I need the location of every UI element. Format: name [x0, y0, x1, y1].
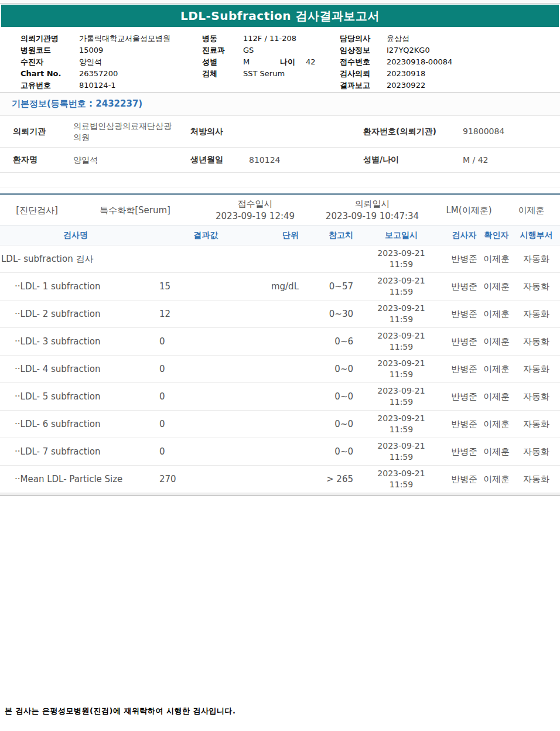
field-value: I27YQ2KG0 [387, 45, 430, 56]
reported-date: 2023-09-21 [377, 331, 425, 340]
reported-time: 11:59 [390, 370, 413, 379]
receipt-datetime-value: 2023-09-19 12:49 [216, 210, 295, 223]
basic-info-title: 기본정보(등록번호 : 2432237) [12, 98, 142, 110]
cell-verifier: 이제훈 [480, 309, 513, 320]
request-datetime-value: 2023-09-19 10:47:34 [326, 210, 419, 223]
cell-department: 자동화 [513, 419, 560, 430]
reported-date: 2023-09-21 [377, 441, 425, 450]
cell-result-value: 270 [151, 474, 228, 484]
field-specimen: 검체SST Serum [202, 68, 316, 80]
value-sex-age: M / 42 [450, 155, 560, 165]
cell-result-value: 0 [151, 391, 228, 402]
cell-department: 자동화 [513, 254, 560, 265]
value-requesting-institution: 의료법인삼광의료재단삼광의원 [60, 121, 177, 142]
label-requesting-institution: 의뢰기관 [0, 127, 60, 137]
field-value: GS [243, 45, 254, 56]
cell-reference-range: 0~0 [305, 446, 354, 457]
cell-verifier: 이제훈 [480, 446, 513, 457]
col-header-tester: 검사자 [448, 230, 480, 241]
label-patient-name: 환자명 [0, 155, 60, 165]
report-page: LDL-Subfraction 검사결과보고서 의뢰기관명가톨릭대학교서울성모병… [0, 0, 560, 731]
cell-reported-at: 2023-09-2111:59 [354, 358, 448, 380]
field-value: 810124-1 [79, 80, 116, 91]
field-receipt-no: 접수번호20230918-00084 [340, 56, 452, 68]
reported-time: 11:59 [390, 315, 413, 324]
cell-result-value: 0 [151, 419, 228, 429]
patient-header-col1: 의뢰기관명가톨릭대학교서울성모병원 병원코드15009 수진자양일석 Chart… [21, 33, 170, 91]
patient-header: 의뢰기관명가톨릭대학교서울성모병원 병원코드15009 수진자양일석 Chart… [0, 33, 560, 92]
cell-result-value: 0 [151, 336, 228, 347]
label-birthdate: 생년월일 [177, 155, 236, 165]
reported-date: 2023-09-21 [377, 358, 425, 368]
cell-reported-at: 2023-09-2111:59 [354, 275, 448, 298]
cell-department: 자동화 [513, 446, 560, 457]
field-clinical-info: 임상정보I27YQ2KG0 [340, 45, 452, 56]
reported-time: 11:59 [390, 452, 413, 462]
cell-verifier: 이제훈 [480, 336, 513, 347]
basic-info-title-bar: 기본정보(등록번호 : 2432237) [0, 92, 560, 116]
field-unique-no: 고유번호810124-1 [21, 80, 170, 91]
field-label: 검체 [202, 68, 243, 80]
field-label: 병원코드 [21, 45, 79, 56]
field-value: 20230918-00084 [387, 56, 452, 68]
field-label: 검사의뢰 [340, 68, 387, 80]
field-value: 윤상섭 [387, 33, 409, 45]
field-label: 진료과 [202, 45, 243, 56]
cell-reference-range: 0~6 [305, 336, 354, 347]
patient-header-col2: 병동112F / 11-208 진료과GS 성별M나이42 검체SST Seru… [202, 33, 316, 80]
spacer [0, 187, 560, 193]
field-chart-no: Chart No.26357200 [21, 68, 170, 80]
cell-test-name: ··LDL- 7 subfraction [0, 446, 151, 457]
table-end-bar [0, 493, 560, 496]
section-receipt-datetime: 접수일시 2023-09-19 12:49 [201, 195, 309, 226]
section-category: [진단검사] [11, 195, 63, 226]
reported-date: 2023-09-21 [377, 414, 425, 423]
field-label: 담당의사 [340, 33, 387, 45]
cell-reference-range: 0~30 [305, 309, 354, 319]
table-row: ··Mean LDL- Particle Size 270 > 265 2023… [0, 466, 560, 493]
field-value: 양일석 [79, 56, 102, 68]
cell-test-name: ··LDL- 5 subfraction [0, 391, 151, 402]
cell-department: 자동화 [513, 309, 560, 320]
cell-reference-range: 0~0 [305, 391, 354, 402]
section-reviewer: 이제훈 [508, 195, 554, 226]
cell-tester: 반병준 [448, 254, 480, 265]
cell-tester: 반병준 [448, 419, 480, 430]
basic-info-row: 의뢰기관 의료법인삼광의료재단삼광의원 처방의사 환자번호(의뢰기관) 9180… [0, 116, 560, 148]
cell-result-value: 15 [151, 281, 228, 292]
value-birthdate: 810124 [236, 155, 350, 165]
cell-verifier: 이제훈 [480, 474, 513, 485]
section-lab: LM(이제훈) [432, 195, 506, 226]
cell-verifier: 이제훈 [480, 419, 513, 430]
spacer [0, 173, 560, 187]
table-row: ··LDL- 5 subfraction 0 0~0 2023-09-2111:… [0, 383, 560, 411]
reported-date: 2023-09-21 [377, 276, 425, 285]
basic-info-table: 의뢰기관 의료법인삼광의료재단삼광의원 처방의사 환자번호(의뢰기관) 9180… [0, 116, 560, 173]
col-header-verifier: 확인자 [480, 230, 513, 241]
cell-unit: mg/dL [228, 281, 305, 292]
cell-reported-at: 2023-09-2111:59 [354, 385, 448, 408]
field-label-age: 나이 [280, 56, 306, 68]
cell-verifier: 이제훈 [480, 364, 513, 375]
cell-tester: 반병준 [448, 309, 480, 320]
results-table-body: LDL- subfraction 검사 2023-09-2111:59 반병준 … [0, 245, 560, 493]
col-header-result-value: 결과값 [151, 230, 228, 241]
field-doctor: 담당의사윤상섭 [340, 33, 452, 45]
cell-test-name: ··LDL- 3 subfraction [0, 336, 151, 347]
field-label: Chart No. [21, 68, 79, 80]
col-header-reference-range: 참고치 [305, 230, 354, 241]
request-datetime-label: 의뢰일시 [355, 198, 390, 210]
results-table-header: 검사명 결과값 단위 참고치 보고일시 검사자 확인자 시행부서 [0, 226, 560, 245]
cell-reference-range: 0~0 [305, 364, 354, 374]
field-value: 가톨릭대학교서울성모병원 [79, 33, 170, 45]
field-value: 26357200 [79, 68, 118, 80]
reported-time: 11:59 [390, 425, 413, 434]
label-prescribing-doctor: 처방의사 [177, 127, 236, 137]
field-examinee: 수진자양일석 [21, 56, 170, 68]
cell-tester: 반병준 [448, 391, 480, 402]
table-row: LDL- subfraction 검사 2023-09-2111:59 반병준 … [0, 245, 560, 273]
basic-info-row: 환자명 양일석 생년월일 810124 성별/나이 M / 42 [0, 148, 560, 173]
field-hospital-code: 병원코드15009 [21, 45, 170, 56]
field-value-sex: M [243, 56, 280, 68]
cell-test-name: ··LDL- 6 subfraction [0, 419, 151, 429]
